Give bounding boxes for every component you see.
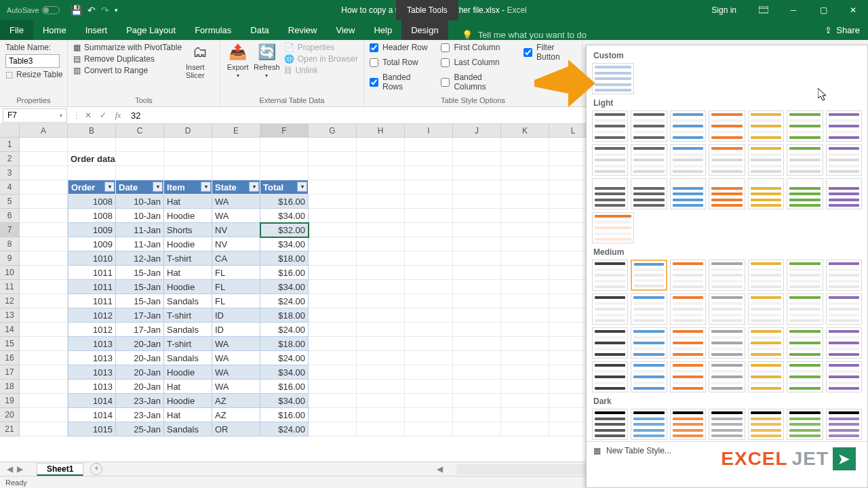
cell[interactable] [453, 180, 501, 195]
style-swatch[interactable] [709, 293, 745, 325]
cell[interactable]: 10-Jan [116, 209, 164, 223]
cell[interactable] [20, 308, 68, 323]
style-swatch[interactable] [709, 178, 745, 209]
cell[interactable] [453, 408, 501, 422]
cell[interactable] [68, 138, 116, 152]
row-header[interactable]: 6 [0, 209, 19, 223]
cell[interactable] [20, 195, 68, 209]
select-all-corner[interactable] [0, 124, 20, 138]
style-swatch[interactable] [631, 409, 667, 440]
cell[interactable]: $24.00 [260, 294, 309, 308]
cell[interactable] [405, 337, 453, 351]
cell[interactable]: Sandals [164, 351, 212, 365]
style-swatch[interactable] [787, 110, 823, 142]
cell[interactable] [501, 351, 549, 365]
cell[interactable]: ID [212, 323, 260, 337]
cell[interactable] [405, 223, 453, 237]
cell[interactable]: Sandals [164, 294, 212, 308]
cell[interactable] [357, 152, 405, 166]
cell[interactable] [309, 365, 357, 380]
cell[interactable] [405, 166, 453, 180]
cell[interactable]: FL [212, 280, 260, 294]
style-swatch[interactable] [748, 260, 784, 291]
cell[interactable] [405, 237, 453, 251]
cell[interactable] [309, 180, 357, 195]
cell[interactable]: Item▾ [164, 180, 212, 195]
style-swatch[interactable] [592, 327, 628, 359]
cell[interactable] [309, 223, 357, 237]
cell[interactable] [501, 138, 549, 152]
sheet-tab-1[interactable]: Sheet1 [37, 463, 83, 476]
cell[interactable] [405, 251, 453, 266]
cell[interactable] [501, 251, 549, 266]
tab-data[interactable]: Data [241, 20, 278, 40]
cell[interactable] [212, 138, 260, 152]
ribbon-display-icon[interactable] [749, 0, 778, 20]
style-swatch[interactable] [592, 110, 628, 142]
header-row-checkbox[interactable]: Header Row [370, 43, 429, 52]
sheet-nav-prev-icon[interactable]: ◀ [7, 464, 13, 474]
cell[interactable]: 1011 [68, 294, 116, 308]
cell[interactable] [405, 180, 453, 195]
cell[interactable] [453, 380, 501, 394]
cell[interactable]: WA [212, 380, 260, 394]
cell[interactable]: 1015 [68, 422, 116, 436]
export-button[interactable]: 📤Export▾ [226, 43, 250, 79]
cell[interactable] [405, 294, 453, 308]
row-header[interactable]: 12 [0, 294, 19, 308]
row-header[interactable]: 2 [0, 152, 19, 166]
cell[interactable] [501, 408, 549, 422]
cell[interactable]: Hoodie [164, 365, 212, 380]
cell[interactable] [453, 422, 501, 436]
style-swatch[interactable] [826, 327, 862, 359]
style-swatch[interactable] [826, 178, 862, 209]
cell[interactable] [453, 365, 501, 380]
cell[interactable] [164, 166, 212, 180]
cell[interactable]: OR [212, 422, 260, 436]
cell[interactable]: $34.00 [260, 280, 309, 294]
style-swatch[interactable] [709, 409, 745, 440]
cell[interactable] [501, 280, 549, 294]
column-header[interactable]: E [212, 124, 260, 137]
style-swatch[interactable] [592, 361, 628, 392]
cell[interactable]: 1011 [68, 280, 116, 294]
cell[interactable] [453, 308, 501, 323]
style-swatch[interactable] [670, 293, 706, 325]
cell[interactable] [20, 138, 68, 152]
cell[interactable]: $16.00 [260, 266, 309, 280]
cell[interactable] [357, 280, 405, 294]
cell[interactable] [20, 422, 68, 436]
cell[interactable] [405, 394, 453, 408]
cell[interactable] [309, 408, 357, 422]
cell[interactable]: Hat [164, 266, 212, 280]
style-swatch[interactable] [670, 327, 706, 359]
cell[interactable]: AZ [212, 394, 260, 408]
row-header[interactable]: 15 [0, 337, 19, 351]
insert-slicer-button[interactable]: 🗂 Insert Slicer [186, 43, 214, 79]
cell[interactable] [309, 138, 357, 152]
add-sheet-button[interactable]: + [90, 463, 102, 475]
last-column-checkbox[interactable]: Last Column [441, 58, 511, 67]
cell[interactable]: 1013 [68, 365, 116, 380]
style-swatch[interactable] [709, 260, 745, 291]
name-box[interactable]: F7▾ [3, 108, 67, 123]
cell[interactable] [453, 394, 501, 408]
cell[interactable]: Sandals [164, 323, 212, 337]
sheet-nav-next-icon[interactable]: ▶ [17, 464, 23, 474]
tab-insert[interactable]: Insert [76, 20, 117, 40]
cell[interactable]: 20-Jan [116, 380, 164, 394]
cancel-formula-icon[interactable]: ✕ [81, 110, 96, 120]
row-header[interactable]: 10 [0, 266, 19, 280]
cell[interactable] [453, 294, 501, 308]
banded-rows-checkbox[interactable]: Banded Rows [370, 73, 429, 92]
sign-in-link[interactable]: Sign in [711, 5, 736, 15]
style-swatch[interactable] [787, 293, 823, 325]
cell[interactable]: $34.00 [260, 237, 309, 251]
cell[interactable] [357, 380, 405, 394]
cell[interactable] [309, 323, 357, 337]
cell[interactable] [405, 323, 453, 337]
cell[interactable] [20, 337, 68, 351]
cell[interactable] [405, 380, 453, 394]
cell[interactable] [116, 166, 164, 180]
cell[interactable] [453, 138, 501, 152]
